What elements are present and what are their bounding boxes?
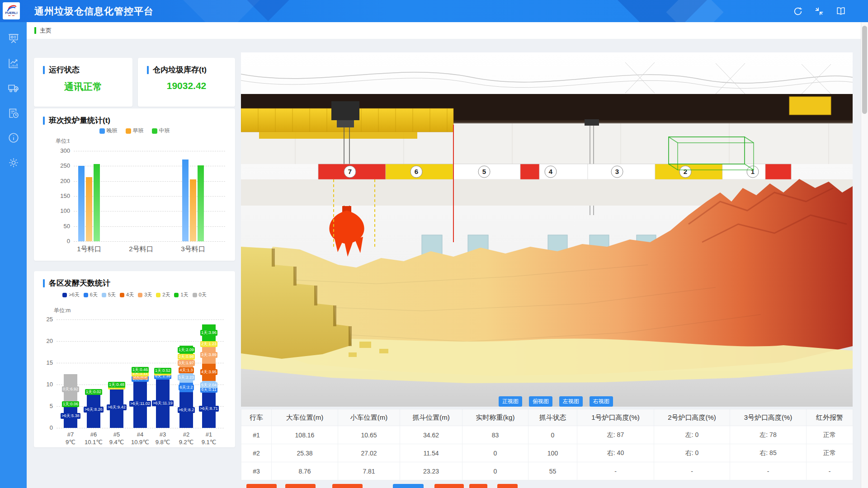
bar-中班 xyxy=(198,165,204,241)
table-cell: - xyxy=(654,462,730,480)
table-header-row: 行车大车位置(m)小车位置(m)抓斗位置(m)实时称重(kg)抓斗状态1号炉口高… xyxy=(241,409,853,426)
view-button-俯视图[interactable]: 俯视图 xyxy=(529,396,552,407)
table-header-cell: 实时称重(kg) xyxy=(462,409,528,426)
bottom-action-button[interactable] xyxy=(246,484,277,488)
table-header-cell: 行车 xyxy=(241,409,272,426)
refresh-icon[interactable] xyxy=(793,6,803,16)
stats-icon[interactable] xyxy=(8,57,19,69)
bar-label: #1 xyxy=(193,431,225,438)
bottom-action-button[interactable] xyxy=(285,484,316,488)
gridline xyxy=(74,151,225,151)
bottom-action-button[interactable] xyxy=(469,484,487,488)
bay-number: 4 xyxy=(549,168,553,175)
compress-icon[interactable] xyxy=(814,6,824,16)
table-cell: 左: 87 xyxy=(577,426,654,444)
stack-segment-1天 xyxy=(64,404,77,405)
dashboard-icon[interactable] xyxy=(8,33,19,44)
table-cell: 右: 40 xyxy=(577,444,654,462)
stack-segment-5天 xyxy=(179,373,193,383)
shift-output-chart-panel: 班次投炉量统计(t) 晚班早班中班 单位:t 05010015020025030… xyxy=(34,108,235,261)
gridline xyxy=(57,341,224,342)
table-cell: - xyxy=(807,462,853,480)
table-cell: 左: 0 xyxy=(654,426,730,444)
table-cell: 10.65 xyxy=(338,426,400,444)
top-bar: FUERLI 通州垃圾仓信息化管控平台 xyxy=(0,0,868,22)
table-cell: 100 xyxy=(528,444,577,462)
x-category-label: 3号料口 xyxy=(173,245,213,253)
table-cell: 右: 85 xyxy=(730,444,807,462)
table-row: #38.767.8123.23055---- xyxy=(241,462,853,480)
y-tick-label: 200 xyxy=(49,178,70,184)
stack-segment-2天 xyxy=(133,371,147,376)
view-button-左视图[interactable]: 左视图 xyxy=(559,396,583,407)
stack-segment->6天 xyxy=(179,392,193,428)
stack-segment-5天 xyxy=(202,381,216,390)
truck-icon[interactable] xyxy=(8,82,19,94)
bottom-action-button[interactable] xyxy=(434,484,464,488)
y-tick-label: 25 xyxy=(36,316,53,323)
stack-segment-0天 xyxy=(64,374,77,404)
stack-segment->6天 xyxy=(87,392,100,428)
table-cell: 55 xyxy=(528,462,577,480)
fuerli-logo-icon: FUERLI xyxy=(4,3,19,19)
stack-segment-2天 xyxy=(156,372,170,373)
table-cell: 左: 78 xyxy=(730,426,807,444)
y-tick-label: 300 xyxy=(49,147,70,154)
stack-segment-6天 xyxy=(179,383,193,392)
bay-number: 6 xyxy=(415,168,418,175)
x-category-label: #19.1℃ xyxy=(193,431,225,446)
bar-temp-label: 9.1℃ xyxy=(193,438,225,446)
y-tick-label: 100 xyxy=(49,207,70,214)
table-header-cell: 3号炉口高度(%) xyxy=(730,409,807,426)
gridline xyxy=(74,241,225,242)
view-button-右视图[interactable]: 右视图 xyxy=(590,396,613,407)
company-logo: FUERLI xyxy=(3,2,20,19)
bay-strip-segment xyxy=(520,164,539,179)
stack-segment-2天 xyxy=(110,386,123,387)
bottom-action-button[interactable] xyxy=(497,484,518,488)
y-tick-label: 50 xyxy=(49,223,70,230)
table-header-cell: 小车位置(m) xyxy=(338,409,400,426)
fermentation-chart-plot: 0510152025#79℃#610.1℃#59.4℃#410.9℃#39.8℃… xyxy=(34,271,235,447)
y-tick-label: 0 xyxy=(36,424,53,431)
settings-icon[interactable] xyxy=(8,157,19,169)
info-icon[interactable] xyxy=(8,132,19,144)
scrollbar-track[interactable] xyxy=(861,22,868,488)
right-crane-block xyxy=(789,97,831,115)
report-icon[interactable] xyxy=(8,107,19,119)
table-header-cell: 1号炉口高度(%) xyxy=(577,409,654,426)
run-status-panel: 运行状态 通讯正常 xyxy=(34,58,132,107)
bar-晚班 xyxy=(182,160,189,241)
bottom-action-button[interactable] xyxy=(393,484,424,488)
table-header-cell: 红外报警 xyxy=(807,409,853,426)
book-icon[interactable] xyxy=(835,6,846,16)
page-title: 通州垃圾仓信息化管控平台 xyxy=(34,0,154,22)
bunker-3d-view[interactable]: 7654321 xyxy=(241,52,853,407)
shift-chart-plot: 0501001502002503001号料口2号料口3号料口 xyxy=(34,108,235,261)
table-cell: 正常 xyxy=(807,426,853,444)
bay-strip-segment xyxy=(765,164,791,179)
y-tick-label: 250 xyxy=(49,162,70,169)
topbar-decoration xyxy=(183,0,260,22)
view-button-正视图[interactable]: 正视图 xyxy=(499,396,522,407)
scrollbar-thumb[interactable] xyxy=(862,26,867,114)
crane-data-table: 行车大车位置(m)小车位置(m)抓斗位置(m)实时称重(kg)抓斗状态1号炉口高… xyxy=(241,409,853,480)
table-header-cell: 抓斗位置(m) xyxy=(400,409,462,426)
stack-segment-4天 xyxy=(179,367,193,373)
table-row: #1108.1610.6534.62830左: 87左: 0左: 78正常 xyxy=(241,426,853,444)
x-category-label: 2号料口 xyxy=(121,245,161,253)
stack-segment-6天 xyxy=(156,374,170,380)
table-cell: 0 xyxy=(462,444,528,462)
breadcrumb-label[interactable]: 主页 xyxy=(40,27,52,35)
bay-number: 2 xyxy=(684,168,687,175)
bay-number-strip: 7654321 xyxy=(318,164,791,179)
inventory-panel: 仓内垃圾库存(t) 19032.42 xyxy=(138,58,235,107)
stack-segment->6天 xyxy=(64,404,77,428)
gridline xyxy=(57,319,224,320)
topbar-decoration xyxy=(666,0,723,22)
table-cell: 正常 xyxy=(807,444,853,462)
bottom-action-button[interactable] xyxy=(332,484,363,488)
crane-trolley xyxy=(331,101,359,120)
inventory-title: 仓内垃圾库存(t) xyxy=(153,65,207,75)
bay-number: 3 xyxy=(615,168,619,175)
